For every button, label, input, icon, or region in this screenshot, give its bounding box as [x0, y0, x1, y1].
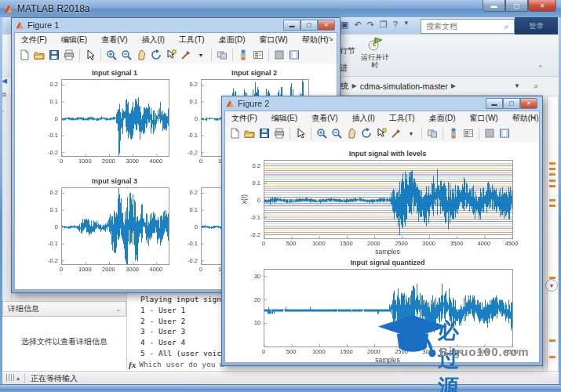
code-warning-mark[interactable] — [549, 162, 556, 165]
collapse-ribbon-icon[interactable]: ⌃ — [537, 64, 544, 72]
code-warning-mark[interactable] — [549, 180, 556, 182]
ytick-label: 0.2 — [177, 81, 198, 88]
details-placeholder-text: 选择文件以查看详细信息 — [21, 336, 107, 347]
axes-fig2-s1[interactable] — [264, 160, 513, 239]
run-section-fragment: 行节 — [340, 45, 355, 56]
chevron-down-icon[interactable]: ⌄ — [115, 306, 121, 313]
code-warning-mark[interactable] — [549, 356, 556, 358]
address-dropdown-icon[interactable]: ▼ — [514, 82, 520, 89]
status-bar: ▴ 正在等待输入 — [2, 371, 559, 385]
watermark-domain: Biguo100.com — [439, 345, 530, 358]
help-icon[interactable]: ? — [393, 20, 398, 30]
ytick-label: -0.2 — [240, 231, 260, 238]
code-warning-mark[interactable] — [549, 339, 556, 342]
xtick-label: 3000 — [417, 240, 441, 247]
command-prompt-row[interactable]: fx Which user do you w — [129, 359, 224, 370]
code-warning-mark[interactable] — [549, 173, 556, 176]
details-panel: 详细信息 ⌄ 选择文件以查看详细信息 — [2, 301, 126, 371]
folder-search-icon[interactable]: ⌕ — [534, 81, 538, 91]
ytick-label: 0.1 — [38, 98, 58, 105]
doc-search-input[interactable] — [424, 21, 503, 31]
xtick-label: 1500 — [334, 240, 358, 247]
ytick-label: -0.1 — [38, 132, 58, 139]
ytick-label: -0.2 — [177, 149, 198, 156]
close-button[interactable]: ✕ — [528, 0, 556, 12]
plot-title-fig2-s2: Input signal quantized — [264, 259, 512, 267]
xtick-label: 500 — [279, 348, 303, 355]
xtick-label: 4000 — [144, 266, 168, 273]
waveform-canvas-fig1-s3 — [62, 188, 169, 264]
command-line-3: 3 - User 3 — [140, 326, 222, 337]
small-box-icon[interactable]: ▫ — [2, 108, 4, 114]
command-line-0: Playing input signa — [140, 294, 222, 305]
plot-title-fig2-s1: Input signal with levels — [264, 150, 512, 158]
ytick-label: -0.2 — [38, 257, 58, 264]
xtick-label: 0 — [189, 266, 213, 273]
ytick-label: 0.2 — [38, 189, 58, 196]
main-window-title: MATLAB R2018a — [17, 3, 90, 14]
code-marks-scrollbar[interactable] — [547, 96, 559, 372]
maximize-button[interactable]: ▢ — [505, 0, 528, 12]
status-message: 正在等待输入 — [24, 373, 78, 384]
xtick-label: 1000 — [307, 348, 330, 355]
command-output: Playing input signa1 - User 12 - User 23… — [140, 294, 222, 359]
minimize-button[interactable]: ▬ — [483, 0, 505, 12]
details-header-label: 详细信息 — [8, 303, 39, 314]
ytick-label: 0 — [177, 223, 198, 230]
waveform-canvas-fig2-s1 — [264, 161, 512, 238]
xtick-label: 2000 — [97, 266, 120, 273]
main-titlebar[interactable]: MATLAB R2018a — [0, 0, 561, 18]
command-line-2: 2 - User 2 — [140, 316, 222, 327]
details-panel-body: 选择文件以查看详细信息 — [2, 317, 126, 367]
expand-round-button[interactable]: ▼ — [545, 279, 558, 292]
ytick-label: -0.1 — [240, 214, 260, 221]
doc-search-box[interactable]: ⌕ — [421, 19, 515, 34]
back-arrow-icon[interactable]: ◀ — [2, 77, 7, 85]
xtick-label: 0 — [252, 240, 275, 247]
ytick-label: 20 — [240, 296, 260, 303]
command-line-1: 1 - User 1 — [140, 305, 222, 316]
breadcrumb-arrow-icon: ▶ — [451, 82, 456, 89]
code-warning-mark[interactable] — [549, 199, 556, 201]
xtick-label: 4500 — [500, 240, 523, 247]
xtick-label: 3000 — [121, 158, 144, 165]
xtick-label: 1000 — [73, 266, 97, 273]
axes-fig1-s3[interactable] — [61, 187, 169, 265]
window-icon[interactable]: ❐ — [380, 20, 388, 30]
command-line-5: 5 - All (user voice — [140, 348, 222, 359]
dropdown-icon[interactable]: ▼ — [403, 20, 410, 30]
run-and-time-label: 运行并计时 — [358, 53, 392, 69]
redo-icon[interactable]: ↷ — [367, 20, 374, 30]
path-prefix: 统 — [341, 81, 349, 92]
ytick-label: 0.1 — [240, 180, 260, 187]
run-and-time-button[interactable]: 运行并计时 — [358, 36, 392, 74]
xtick-label: 0 — [189, 158, 213, 165]
plot-title-fig1-s1: Input signal 1 — [61, 69, 168, 77]
xtick-label: 3500 — [445, 240, 468, 247]
statusbar-grip-icon[interactable] — [6, 374, 16, 383]
xtick-label: 1500 — [334, 348, 358, 355]
xtick-label: 4000 — [144, 158, 168, 165]
paste-icon[interactable]: ▣ — [341, 20, 348, 30]
search-icon[interactable]: ⌕ — [505, 22, 509, 31]
code-warning-mark[interactable] — [549, 185, 556, 187]
main-window-controls: ▬ ▢ ✕ — [483, 0, 556, 12]
breadcrumb-folder[interactable]: cdma-simulation-master — [360, 82, 448, 91]
details-panel-header[interactable]: 详细信息 ⌄ — [2, 301, 126, 317]
advance-fragment: 进 — [340, 63, 348, 74]
matlab-logo-icon — [3, 3, 14, 14]
plot-title-fig1-s2: Input signal 2 — [201, 69, 308, 77]
undo-icon[interactable]: ↶ — [354, 20, 361, 30]
code-warning-mark[interactable] — [549, 168, 556, 170]
waveform-canvas-fig1-s1 — [62, 80, 169, 156]
code-warning-mark[interactable] — [549, 205, 556, 207]
axes-fig1-s1[interactable] — [61, 79, 169, 157]
ytick-label: -0.1 — [177, 132, 198, 139]
xtick-label: 500 — [279, 240, 303, 247]
statusbar-grip-arrow-icon[interactable]: ▴ — [16, 375, 20, 382]
ytick-label: 0.2 — [240, 162, 260, 169]
list-icon[interactable]: ≣ — [2, 91, 7, 98]
login-label: 登录 — [529, 21, 544, 31]
login-area[interactable]: 登录 — [515, 17, 558, 34]
xtick-label: 1000 — [307, 240, 330, 247]
